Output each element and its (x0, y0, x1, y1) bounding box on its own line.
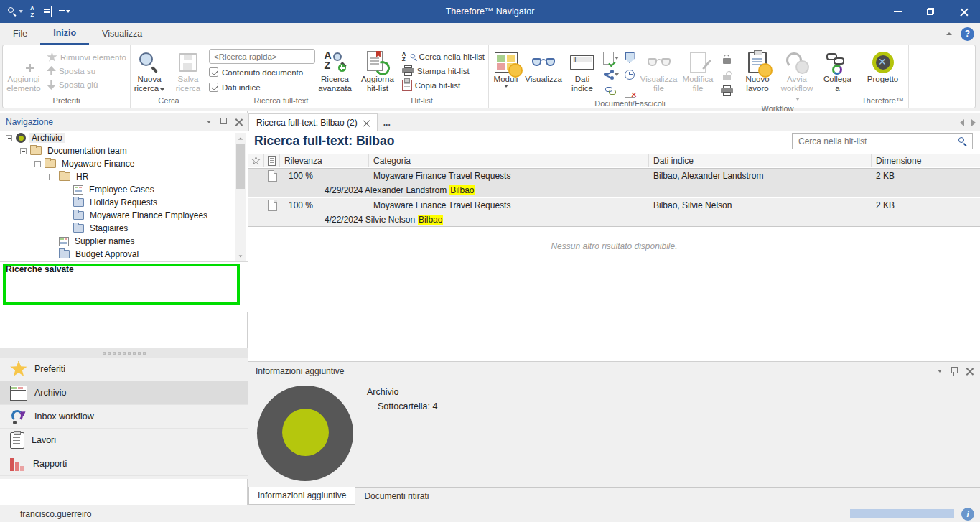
permissions-shield-icon[interactable] (621, 51, 638, 65)
tab-overflow[interactable]: ... (378, 113, 396, 131)
column-doctype[interactable] (264, 154, 280, 167)
document-refresh-icon (367, 50, 388, 75)
tree-item-hr[interactable]: HR (0, 170, 248, 183)
minimize-button[interactable] (881, 0, 914, 23)
project-button[interactable]: Progetto (864, 48, 902, 84)
hitlist-search-box[interactable] (792, 133, 973, 149)
new-task-button[interactable]: Nuovo lavoro (739, 48, 776, 93)
shortcut-lavori[interactable]: Lavori (0, 429, 248, 452)
tree-item-moyaware-finance[interactable]: Moyaware Finance (0, 157, 248, 170)
column-dati-indice[interactable]: Dati indice (649, 154, 872, 167)
copy-hitlist-button[interactable]: Copia hit-list (400, 79, 487, 92)
search-icon[interactable] (958, 136, 968, 146)
checkbox-dati-indice[interactable]: Dati indice (209, 80, 315, 94)
delete-document-icon[interactable] (621, 84, 638, 98)
advanced-search-button[interactable]: AZ Ricerca avanzata (317, 48, 353, 93)
remove-element-button[interactable]: Rimuovi elemento (45, 51, 129, 63)
column-favorite[interactable] (248, 154, 264, 167)
tree-item-supplier-names[interactable]: Supplier names (0, 235, 248, 248)
info-icon[interactable]: i (961, 508, 974, 521)
checkbox-checked-icon (209, 67, 218, 77)
move-down-button[interactable]: Sposta giù (45, 79, 129, 90)
link-document-icon[interactable] (602, 84, 620, 98)
collapse-expander-icon[interactable] (49, 174, 55, 180)
view-file-button[interactable]: Visualizza file (640, 48, 678, 93)
tree-item-stagiaires[interactable]: Stagiaires (0, 222, 248, 235)
tab-informazioni-aggiuntive[interactable]: Informazioni aggiuntive (248, 487, 355, 505)
refresh-hitlist-button[interactable]: Aggiorna hit-list (357, 48, 398, 93)
checkbox-contenuto-documento[interactable]: Contenuto documento (209, 65, 315, 79)
link-to-button[interactable]: Collega a (820, 48, 855, 93)
column-dimensione[interactable]: Dimensione (872, 154, 980, 167)
tab-scroll-right-icon[interactable] (971, 119, 976, 126)
tab-visualizza[interactable]: Visualizza (89, 23, 155, 45)
tab-scroll-left-icon[interactable] (960, 119, 964, 126)
print-file-icon[interactable] (718, 84, 735, 98)
quick-search-input[interactable] (209, 49, 315, 64)
tab-file[interactable]: File (0, 23, 40, 45)
lock-icon[interactable] (718, 51, 735, 65)
check-in-document-icon[interactable] (602, 51, 620, 65)
column-categoria[interactable]: Categoria (369, 154, 649, 167)
unlock-icon[interactable] (718, 67, 735, 81)
share-document-icon[interactable] (602, 67, 620, 81)
collapse-ribbon-icon[interactable] (946, 32, 952, 35)
hitlist-row[interactable]: 100 % Moyaware Finance Travel Requests B… (248, 168, 980, 197)
tab-ricerca-bilbao[interactable]: Ricerca full-text: Bilbao (2) (248, 113, 378, 131)
saved-searches-section[interactable]: Ricerche salvate (0, 261, 248, 312)
edit-file-button[interactable]: Modifica file (679, 48, 717, 93)
shortcut-rapporti[interactable]: Rapporti (0, 452, 248, 476)
group-label-hitlist: Hit-list (357, 95, 487, 108)
close-pane-icon[interactable] (235, 118, 242, 126)
print-hitlist-button[interactable]: Stampa hit-list (400, 65, 487, 77)
pane-menu-icon[interactable] (207, 121, 211, 123)
tree-item-holiday-requests[interactable]: Holiday Requests (0, 196, 248, 209)
index-data-button[interactable]: Dati indice (564, 48, 601, 93)
collapse-expander-icon[interactable] (20, 148, 27, 154)
tree-item-documentation-team[interactable]: Documentation team (0, 144, 248, 157)
view-document-button[interactable]: Visualizza (525, 48, 562, 84)
tab-inizio[interactable]: Inizio (40, 23, 89, 45)
save-search-button[interactable]: Salva ricerca (169, 48, 207, 93)
search-in-hitlist-button[interactable]: AZCerca nella hit-list (400, 51, 487, 62)
column-rilevanza[interactable]: Rilevanza (280, 154, 369, 167)
tree-item-archivio[interactable]: Archivio (0, 131, 248, 144)
tree-item-budget-approval[interactable]: Budget Approval (0, 248, 248, 261)
pin-icon[interactable] (220, 118, 226, 126)
pane-menu-icon[interactable] (938, 370, 942, 373)
close-tab-icon[interactable] (363, 120, 370, 126)
restore-button[interactable] (914, 0, 947, 23)
moduli-button[interactable]: Moduli (490, 48, 522, 88)
scroll-up-icon[interactable] (235, 133, 246, 144)
shortcut-inbox-workflow[interactable]: Inbox workflow (0, 405, 248, 429)
tree-item-moyaware-finance-employees[interactable]: Moyaware Finance Employees (0, 209, 248, 222)
tree-item-employee-cases[interactable]: Employee Cases (0, 183, 248, 196)
tree-scrollbar[interactable] (235, 133, 246, 261)
scroll-down-icon[interactable] (235, 251, 246, 261)
hitlist-row[interactable]: 100 % Moyaware Finance Travel Requests B… (248, 198, 980, 227)
help-icon[interactable]: ? (961, 27, 974, 41)
new-search-button[interactable]: Nuova ricerca (131, 48, 168, 93)
customize-toolbar-icon[interactable] (59, 10, 70, 13)
logged-in-user: francisco.guerreiro (0, 509, 91, 519)
collapse-expander-icon[interactable] (6, 135, 12, 141)
pin-icon[interactable] (951, 367, 957, 376)
close-button[interactable] (947, 0, 980, 23)
quick-search-icon[interactable] (7, 6, 23, 17)
close-pane-icon[interactable] (966, 368, 973, 375)
folder-tree: Archivio Documentation team Moyaware Fin… (0, 131, 248, 263)
hitlist-search-input[interactable] (793, 136, 958, 146)
report-icon[interactable] (42, 6, 52, 17)
shortcut-archivio[interactable]: Archivio (0, 381, 248, 405)
workflow-arrows-icon (786, 50, 808, 75)
collapse-expander-icon[interactable] (34, 161, 41, 167)
start-workflow-button[interactable]: Avvia workflow (778, 48, 816, 103)
shortcut-preferiti[interactable]: Preferiti (0, 358, 248, 381)
add-element-button[interactable]: Aggiungi elemento (4, 48, 43, 93)
sort-az-icon[interactable]: AZ (30, 6, 34, 17)
scrollbar-thumb[interactable] (236, 144, 245, 189)
pane-splitter[interactable] (0, 348, 248, 358)
history-clock-icon[interactable] (621, 67, 638, 81)
tab-documenti-ritirati[interactable]: Documenti ritirati (355, 488, 437, 505)
move-up-button[interactable]: Sposta su (45, 65, 129, 77)
